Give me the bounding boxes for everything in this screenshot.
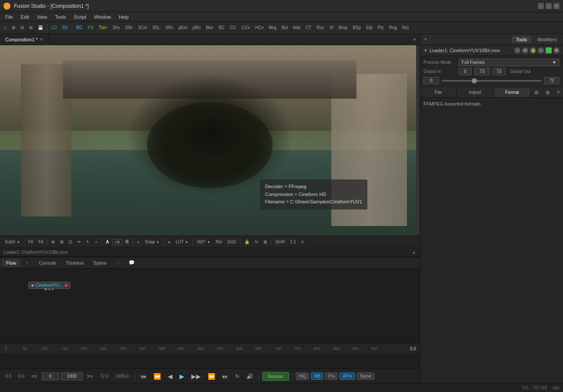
node-collapse-arrow[interactable]: ▼ (423, 48, 428, 53)
tb-pem[interactable]: pEm (176, 24, 190, 31)
viewer-scrollbar[interactable] (416, 45, 420, 236)
playback-skip-back[interactable]: << (29, 372, 40, 380)
playback-back[interactable]: ◀ (165, 372, 175, 381)
playback-step-back[interactable]: ⏪ (151, 372, 163, 381)
tb-bmp[interactable]: Bmp (336, 24, 350, 31)
node-color-swatch[interactable] (546, 47, 552, 53)
tb-3im[interactable]: 3Im (110, 24, 122, 31)
menu-view[interactable]: View (33, 13, 51, 20)
vt-lock[interactable]: 🔒 (242, 239, 252, 245)
tb-mrg[interactable]: Mrg (267, 24, 278, 31)
tab-flow[interactable]: Flow (2, 259, 20, 267)
menu-tools[interactable]: Tools (51, 13, 70, 20)
vt-ratio[interactable]: 1:1 (288, 239, 298, 245)
vt-fit1[interactable]: Fit (26, 239, 35, 245)
tb-new[interactable]: □ (2, 24, 9, 31)
some-toggle[interactable]: Some (357, 372, 374, 380)
vt-grid[interactable]: ⊞ (58, 239, 66, 245)
vt-bars[interactable]: ≡ (299, 239, 306, 245)
tb-mat[interactable]: Mat (291, 24, 303, 31)
playback-fwd[interactable]: ▶▶ (189, 372, 203, 381)
vt-pencil[interactable]: ✏ (75, 239, 83, 245)
vt-lut[interactable]: LUT ▼ (173, 239, 190, 245)
vt-fit2[interactable]: Fit (36, 239, 45, 245)
tb-elp[interactable]: Elp (364, 24, 374, 31)
node-arrow-icon[interactable]: → (514, 47, 520, 53)
hiq-toggle[interactable]: HiQ (296, 372, 309, 380)
flow-node-cineform[interactable]: CineformYU... (28, 282, 70, 289)
menu-edit[interactable]: Edit (17, 13, 33, 20)
vt-color-dot[interactable]: ● (135, 239, 142, 245)
playback-skip-fwd[interactable]: >> (84, 372, 96, 380)
tb-bg[interactable]: BG (74, 24, 84, 31)
playback-range-start[interactable] (42, 372, 59, 380)
close-button[interactable]: ✕ (553, 3, 560, 9)
tb-hcv[interactable]: HCv (253, 24, 266, 31)
menu-file[interactable]: File (2, 13, 17, 20)
tab-import[interactable]: Import (457, 88, 494, 97)
composition-tab[interactable]: Composition1 * ✕ (0, 35, 49, 44)
tb-ct[interactable]: CT (303, 24, 313, 31)
tab-modifiers[interactable]: Modifiers (533, 36, 561, 43)
vt-360[interactable]: 360° ▼ (195, 239, 213, 245)
tab-timeline[interactable]: Timeline (62, 259, 88, 267)
playback-range-mid[interactable] (61, 372, 83, 380)
range-slider[interactable] (442, 80, 541, 82)
tb-grid1[interactable]: ⊞ (10, 24, 17, 31)
vt-crosshair[interactable]: ⊕ (49, 239, 57, 245)
slider-thumb[interactable] (472, 78, 477, 83)
vt-smr[interactable]: SmR (273, 239, 287, 245)
vt-dot2[interactable]: ● (166, 239, 173, 245)
tab-settings-icon[interactable]: ⚙ (531, 88, 542, 97)
vt-roi[interactable]: ⊠ (261, 239, 269, 245)
tb-xf[interactable]: Xf (327, 24, 335, 31)
node-more-icon[interactable]: ▼ (553, 47, 560, 53)
tb-3rn[interactable]: 3Rn (163, 24, 175, 31)
tb-prn[interactable]: pRn (190, 24, 203, 31)
tb-ld[interactable]: LD (49, 24, 59, 31)
playback-to-start[interactable]: ⏮ (138, 372, 149, 381)
vt-snap[interactable]: Snap ▼ (143, 239, 162, 245)
tb-bol[interactable]: Bol (280, 24, 290, 31)
mb-toggle[interactable]: MB (311, 372, 323, 380)
vt-circle[interactable]: ○ (93, 239, 100, 245)
global-in-val3[interactable] (493, 68, 506, 75)
vt-A[interactable]: A (103, 239, 111, 245)
vt-rol[interactable]: Rol (213, 239, 224, 245)
tb-3cm[interactable]: 3Cm (136, 24, 149, 31)
tb-sv[interactable]: SV (60, 24, 70, 31)
node-lock-icon[interactable]: 🔒 (530, 47, 536, 53)
tb-rct[interactable]: Rct (400, 24, 411, 31)
vt-dod[interactable]: DoD (225, 239, 238, 245)
menu-script[interactable]: Script (70, 13, 90, 20)
tb-txt[interactable]: Txt+ (97, 24, 110, 31)
tb-3sl[interactable]: 3SL (150, 24, 162, 31)
vt-B[interactable]: B (123, 239, 131, 245)
minimize-button[interactable]: ─ (538, 3, 544, 9)
tb-blur[interactable]: Blur (203, 24, 216, 31)
global-in-val2[interactable] (474, 68, 490, 75)
tab-spline[interactable]: Spline (89, 259, 111, 267)
vt-refresh[interactable]: ↻ (253, 239, 260, 245)
tab-file[interactable]: File (420, 88, 457, 97)
tb-fn[interactable]: FN (86, 24, 96, 31)
playback-play[interactable]: ▶ (177, 372, 187, 381)
playback-loop[interactable]: ↻ (233, 372, 242, 380)
vt-pointer[interactable]: ↖ (84, 239, 92, 245)
vt-AB[interactable]: AB (112, 239, 123, 245)
tb-bsp[interactable]: BSp (350, 24, 363, 31)
global-in-val1[interactable] (459, 68, 472, 75)
panel-collapse-icon[interactable]: ▼ (422, 37, 428, 42)
tb-grid2[interactable]: ⊟ (18, 24, 26, 31)
playback-audio[interactable]: 🔊 (244, 372, 256, 380)
playback-step-fwd[interactable]: ⏩ (205, 372, 218, 381)
tb-grid3[interactable]: ⊞ (27, 24, 35, 31)
node-x-icon[interactable]: ✕ (522, 47, 528, 53)
tab-overflow-arrow[interactable]: ▼ (410, 37, 420, 42)
tab-console[interactable]: Console (34, 259, 60, 267)
viewer-scroll-arrow[interactable]: ▲ (412, 250, 416, 255)
maximize-button[interactable]: □ (546, 3, 552, 9)
prx-toggle[interactable]: Prx (325, 372, 338, 380)
tab-gear-icon[interactable]: ⚙ (542, 88, 553, 97)
tb-save[interactable]: 💾 (36, 24, 45, 31)
